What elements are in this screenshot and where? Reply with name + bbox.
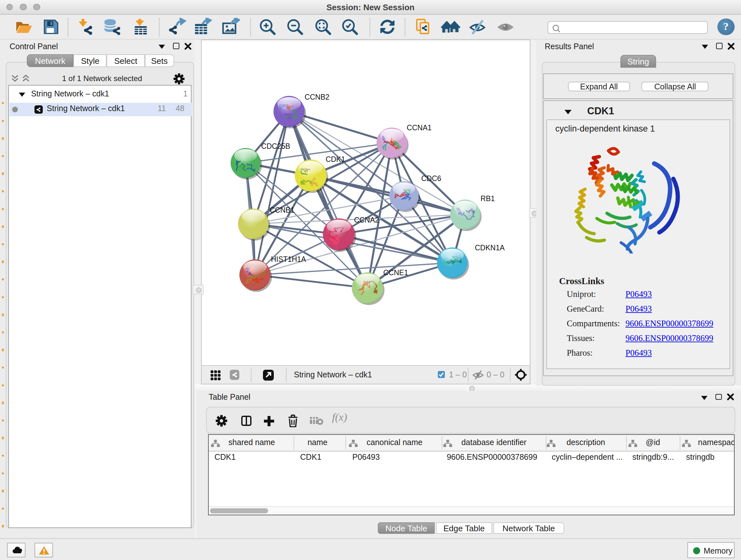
svg-text:CCNA1: CCNA1	[407, 124, 431, 132]
svg-text:CCNA2: CCNA2	[354, 216, 379, 224]
svg-text:CDK1: CDK1	[325, 155, 345, 164]
svg-text:HIST1H1A: HIST1H1A	[271, 255, 306, 263]
svg-text:RB1: RB1	[480, 194, 495, 203]
svg-text:CCNB2: CCNB2	[304, 93, 329, 101]
svg-text:CCNE1: CCNE1	[383, 268, 408, 277]
svg-text:CCNB1: CCNB1	[269, 206, 294, 214]
svg-text:CDKN1A: CDKN1A	[475, 244, 504, 252]
svg-text:CDC6: CDC6	[421, 174, 441, 183]
svg-text:CDC25B: CDC25B	[261, 142, 290, 150]
